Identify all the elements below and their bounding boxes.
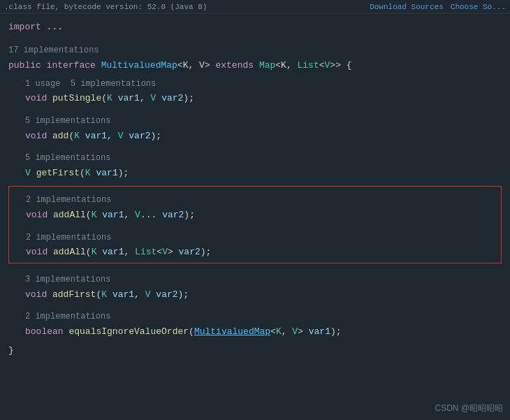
method-block-addFirst: 3 implementations void addFirst ( K var1…: [8, 273, 502, 302]
meta-add: 5 implementations: [25, 115, 502, 129]
method-addAll-list: void addAll ( K var1 , List < V > var2 )…: [26, 245, 501, 259]
method-addFirst: void addFirst ( K var1 , V var2 );: [25, 287, 502, 302]
meta-getFirst: 5 implementations: [25, 152, 502, 166]
method-block-addAll-list: 2 implementations void addAll ( K var1 ,…: [9, 231, 501, 260]
closing-brace: }: [8, 343, 502, 358]
method-block-putSingle: 1 usage 5 implementations void putSingle…: [8, 78, 502, 106]
watermark: CSDN @昭昭昭昭: [435, 403, 503, 414]
method-block-getFirst: 5 implementations V getFirst ( K var1 );: [8, 152, 502, 180]
method-equalsIgnore: boolean equalsIgnoreValueOrder ( Multiva…: [25, 324, 502, 339]
interface-declaration: public interface MultivaluedMap <K, V> e…: [8, 58, 502, 73]
meta-17impl: 17 implementations: [8, 44, 502, 58]
method-block-addAll-varargs: 2 implementations void addAll ( K var1 ,…: [9, 194, 501, 222]
meta-addAll2: 2 implementations: [26, 231, 501, 245]
meta-putSingle: 1 usage 5 implementations: [25, 78, 502, 92]
meta-addFirst: 3 implementations: [25, 273, 502, 287]
method-block-equalsIgnore: 2 implementations boolean equalsIgnoreVa…: [8, 310, 502, 339]
method-getFirst: V getFirst ( K var1 );: [25, 166, 502, 180]
download-sources-link[interactable]: Download Sources: [370, 3, 444, 11]
file-info-label: .class file, bytecode version: 52.0 (Jav…: [4, 3, 207, 11]
meta-addAll1: 2 implementations: [26, 194, 501, 208]
choose-sources-link[interactable]: Choose So...: [451, 3, 506, 11]
top-bar: .class file, bytecode version: 52.0 (Jav…: [0, 0, 510, 14]
import-line: import ...: [8, 20, 502, 34]
method-block-add: 5 implementations void add ( K var1 , V …: [8, 115, 502, 143]
meta-equalsIgnore: 2 implementations: [25, 310, 502, 324]
code-area: import ... 17 implementations public int…: [0, 14, 510, 364]
method-add: void add ( K var1 , V var2 );: [25, 129, 502, 143]
top-bar-actions: Download Sources Choose So...: [370, 3, 506, 11]
method-putSingle: void putSingle ( K var1 , V var2 );: [25, 91, 502, 106]
highlighted-addAll-block: 2 implementations void addAll ( K var1 ,…: [8, 186, 502, 263]
method-addAll-varargs: void addAll ( K var1 , V ... var2 );: [26, 208, 501, 222]
import-keyword: import: [8, 20, 41, 34]
